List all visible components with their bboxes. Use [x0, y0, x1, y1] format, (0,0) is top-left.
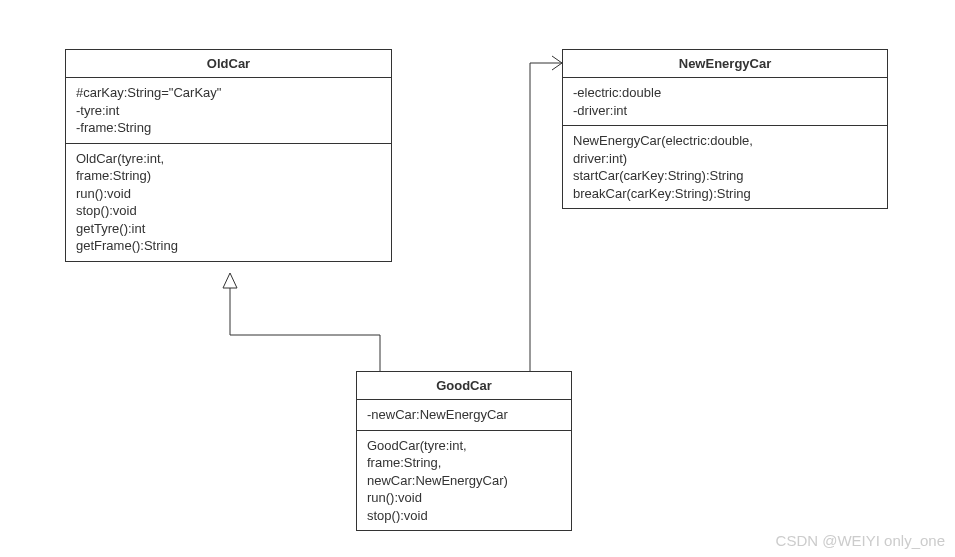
class-newenergycar: NewEnergyCar -electric:double -driver:in… — [562, 49, 888, 209]
class-oldcar-title: OldCar — [66, 50, 391, 78]
class-oldcar-operations: OldCar(tyre:int, frame:String) run():voi… — [66, 144, 391, 261]
class-goodcar-attributes: -newCar:NewEnergyCar — [357, 400, 571, 431]
class-goodcar-title: GoodCar — [357, 372, 571, 400]
class-goodcar: GoodCar -newCar:NewEnergyCar GoodCar(tyr… — [356, 371, 572, 531]
association-arrowhead-icon — [552, 56, 562, 70]
inheritance-goodcar-oldcar — [230, 288, 380, 371]
class-newenergycar-title: NewEnergyCar — [563, 50, 887, 78]
watermark-text: CSDN @WEIYI only_one — [776, 532, 945, 549]
association-goodcar-newenergycar — [530, 63, 562, 371]
class-oldcar: OldCar #carKay:String="CarKay" -tyre:int… — [65, 49, 392, 262]
class-newenergycar-operations: NewEnergyCar(electric:double, driver:int… — [563, 126, 887, 208]
class-newenergycar-attributes: -electric:double -driver:int — [563, 78, 887, 126]
inheritance-arrowhead-icon — [223, 273, 237, 288]
class-goodcar-operations: GoodCar(tyre:int, frame:String, newCar:N… — [357, 431, 571, 531]
class-oldcar-attributes: #carKay:String="CarKay" -tyre:int -frame… — [66, 78, 391, 144]
